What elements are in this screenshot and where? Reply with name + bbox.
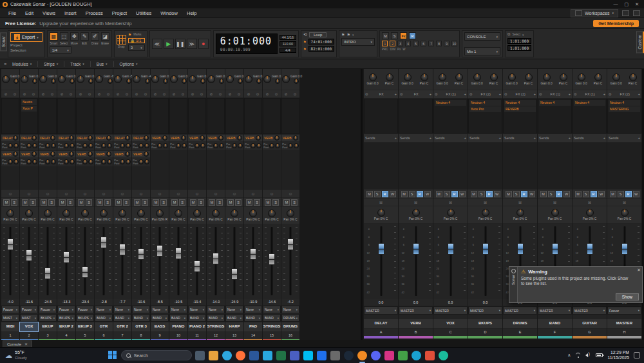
- input-dropdown[interactable]: None: [281, 306, 299, 313]
- send-level-knob[interactable]: [82, 143, 88, 148]
- fader-cap[interactable]: [250, 248, 256, 260]
- fader-cap[interactable]: [100, 237, 107, 248]
- write-button[interactable]: W: [424, 191, 431, 197]
- track-name[interactable]: PAD: [244, 322, 262, 331]
- fx-bin[interactable]: [1, 98, 19, 134]
- input-echo-indicator[interactable]: ⊙: [57, 190, 75, 197]
- mix-w-button[interactable]: W: [402, 48, 405, 51]
- read-button[interactable]: R: [625, 191, 632, 197]
- send-pan-knob[interactable]: [182, 143, 187, 148]
- snap-ratio-button[interactable]: 🔒1/1: [128, 38, 145, 43]
- mix-prc-button[interactable]: PRC: [382, 48, 388, 51]
- volume-fader[interactable]: [169, 224, 187, 298]
- tool-erase-button[interactable]: ◪: [101, 32, 109, 41]
- input-trim-knob[interactable]: [70, 79, 75, 84]
- send-post-label[interactable]: Post: [226, 146, 231, 149]
- interleave-icon[interactable]: ⊙: [238, 92, 241, 96]
- time-display[interactable]: 6:01:000 00:00:10.909: [216, 34, 278, 54]
- solo-button[interactable]: S: [104, 199, 111, 206]
- sends-bin[interactable]: [503, 142, 537, 189]
- app-blue-icon[interactable]: [290, 351, 299, 360]
- volume-fader[interactable]: [132, 224, 150, 298]
- send-post-label[interactable]: Post: [282, 146, 287, 149]
- send-post-label[interactable]: Post: [39, 146, 44, 149]
- write-button[interactable]: W: [598, 191, 605, 197]
- mute-button[interactable]: M: [59, 199, 66, 206]
- input-dropdown[interactable]: None: [263, 306, 281, 313]
- mute-button[interactable]: M: [540, 191, 547, 197]
- sends-header[interactable]: Sends+: [399, 134, 433, 142]
- mute-button[interactable]: M: [471, 191, 477, 197]
- fader-cap[interactable]: [378, 243, 384, 255]
- weather-widget[interactable]: ☁ 55°F Cloudy: [0, 350, 32, 360]
- fx-plugin[interactable]: Neutron 4: [574, 100, 605, 106]
- phase-icon[interactable]: ⊘: [23, 92, 26, 96]
- send-post-label[interactable]: Post: [207, 146, 213, 149]
- send-enable-knob[interactable]: [32, 152, 37, 157]
- send-pan-knob[interactable]: [144, 159, 149, 164]
- send-header[interactable]: VERB: [76, 151, 94, 157]
- output-dropdown[interactable]: DRUMS: [281, 314, 299, 322]
- fx-bin[interactable]: [244, 98, 262, 134]
- phase-icon[interactable]: ⊘: [154, 92, 157, 96]
- layout-icon[interactable]: [622, 10, 629, 16]
- input-echo-indicator[interactable]: ⊙: [113, 190, 131, 197]
- send-level-knob[interactable]: [8, 159, 13, 164]
- fx-bypass-icon[interactable]: ⊙: [469, 92, 473, 96]
- track-name[interactable]: STRINGS: [263, 322, 281, 331]
- firefox-icon[interactable]: [236, 351, 245, 360]
- send-header[interactable]: VERB: [151, 135, 169, 141]
- interleave-icon[interactable]: ⊙: [182, 92, 185, 96]
- send-enable-knob[interactable]: [106, 135, 111, 141]
- fx-bin[interactable]: [169, 98, 187, 134]
- pan-knob[interactable]: [137, 210, 145, 217]
- send-enable-knob[interactable]: [274, 135, 279, 141]
- read-button[interactable]: R: [417, 191, 423, 197]
- input-dropdown[interactable]: None: [207, 306, 225, 313]
- warning-close-icon[interactable]: ✕: [637, 268, 641, 273]
- send-level-knob[interactable]: [64, 143, 69, 148]
- fader-cap[interactable]: [269, 253, 275, 265]
- mix-channel-6[interactable]: 6: [421, 41, 426, 46]
- input-dropdown[interactable]: None: [169, 306, 187, 313]
- fx-plugin[interactable]: Neutron 4: [469, 100, 501, 106]
- hidden-icons-chevron[interactable]: ∧: [567, 353, 571, 358]
- send-enable-knob[interactable]: [144, 135, 149, 141]
- input-echo-indicator[interactable]: ⊙: [76, 190, 94, 197]
- track-name[interactable]: STRINGS: [207, 322, 225, 331]
- send-enable-knob[interactable]: [106, 152, 111, 157]
- solo-button[interactable]: S: [409, 191, 415, 197]
- send-level-knob[interactable]: [101, 143, 106, 148]
- gain-knob[interactable]: [21, 75, 28, 83]
- get-membership-button[interactable]: Get Membership: [593, 20, 639, 27]
- tool-edit-button[interactable]: ✎: [80, 32, 89, 41]
- fx-bin[interactable]: NeutroXvox P: [20, 98, 38, 134]
- output-dropdown[interactable]: MASTER: [538, 306, 572, 315]
- fx-bin[interactable]: [207, 98, 225, 134]
- send-level-knob[interactable]: [213, 143, 218, 148]
- send-header[interactable]: VERB: [1, 151, 19, 157]
- input-echo-indicator[interactable]: ⊙: [169, 190, 187, 197]
- send-enable-knob[interactable]: [13, 135, 18, 141]
- fx-header[interactable]: ⊙FX (2)+: [468, 90, 502, 98]
- tool-draw-button[interactable]: ✐: [91, 32, 99, 41]
- mute-button[interactable]: M: [265, 199, 271, 206]
- fader-cap[interactable]: [287, 239, 294, 250]
- send-pan-knob[interactable]: [51, 143, 56, 148]
- gain-knob[interactable]: [404, 74, 412, 81]
- solo-button[interactable]: S: [291, 199, 298, 206]
- sonar-side-tab[interactable]: Sonar: [0, 32, 7, 51]
- send-post-label[interactable]: Post: [39, 162, 44, 165]
- gain-knob[interactable]: [226, 75, 234, 83]
- phase-icon[interactable]: ⊘: [266, 92, 269, 96]
- play-button[interactable]: ▶: [164, 39, 174, 49]
- automation-read-button[interactable]: R: [409, 32, 416, 39]
- send-post-label[interactable]: Post: [58, 162, 63, 165]
- fx-bin[interactable]: [225, 98, 243, 134]
- pan-top-knob[interactable]: [455, 74, 463, 81]
- camera-app-icon[interactable]: [330, 351, 340, 360]
- input-dropdown[interactable]: Focusr: [20, 306, 38, 313]
- gain-knob[interactable]: [151, 75, 159, 83]
- warning-show-button[interactable]: Show: [616, 293, 639, 300]
- custom-side-tab[interactable]: Custom: [636, 31, 644, 53]
